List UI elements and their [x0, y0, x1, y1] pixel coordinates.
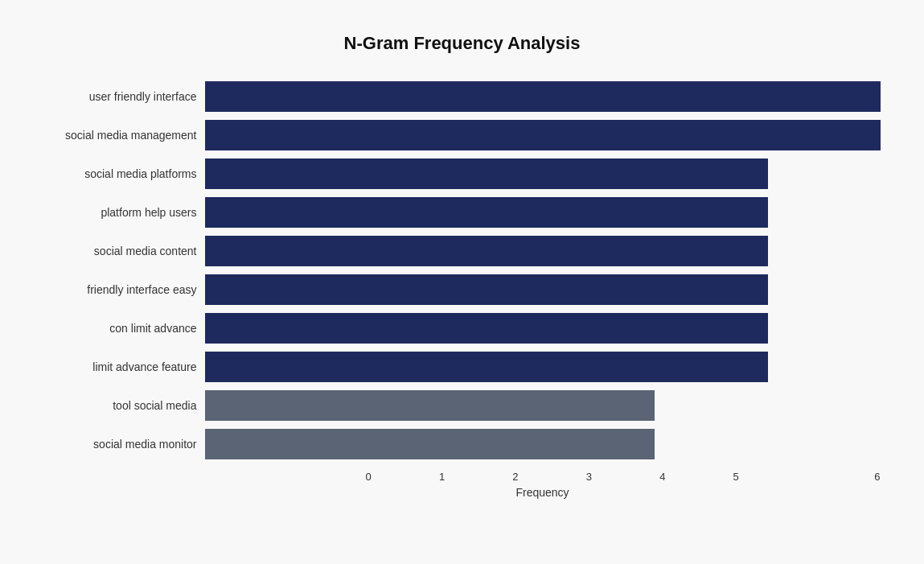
x-axis: 0123456 [366, 471, 881, 483]
bar-row: user friendly interface [44, 78, 881, 115]
bar-row: social media content [44, 233, 881, 270]
bar-fill [205, 236, 768, 266]
bar-label: friendly interface easy [44, 283, 205, 296]
bar-row: social media management [44, 117, 881, 154]
bar-label: limit advance feature [44, 360, 205, 373]
x-axis-wrapper: 0123456 Frequency [205, 471, 881, 499]
bar-track [205, 158, 881, 189]
x-tick: 2 [512, 471, 585, 483]
bar-track [205, 352, 881, 382]
x-axis-label: Frequency [205, 486, 881, 499]
bar-track [205, 197, 881, 228]
bar-label: social media content [44, 245, 205, 257]
bar-fill [205, 313, 768, 344]
x-tick: 5 [733, 471, 807, 483]
x-tick: 6 [807, 471, 880, 483]
chart-container: N-Gram Frequency Analysis user friendly … [20, 17, 905, 548]
bar-row: limit advance feature [44, 348, 881, 385]
bar-track [205, 274, 881, 305]
bar-label: social media monitor [44, 438, 205, 451]
bar-label: social media management [44, 129, 205, 142]
chart-title: N-Gram Frequency Analysis [44, 33, 881, 54]
bar-track [205, 390, 881, 421]
x-tick: 1 [439, 471, 512, 483]
bar-fill [205, 390, 655, 421]
bar-fill [205, 158, 768, 189]
x-tick: 4 [659, 471, 733, 483]
bar-row: tool social media [44, 387, 881, 424]
bar-label: social media platforms [44, 167, 205, 180]
bar-row: social media platforms [44, 155, 881, 192]
bar-fill [205, 197, 768, 228]
bar-row: platform help users [44, 194, 881, 231]
bar-row: social media monitor [44, 426, 881, 463]
bar-fill [205, 429, 655, 459]
bar-track [205, 120, 881, 150]
bar-fill [205, 274, 768, 305]
bar-label: platform help users [44, 206, 205, 219]
bar-label: tool social media [44, 399, 205, 412]
x-tick: 3 [586, 471, 659, 483]
x-tick: 0 [366, 471, 439, 483]
chart-area: user friendly interfacesocial media mana… [44, 78, 881, 464]
bar-label: con limit advance [44, 322, 205, 335]
bar-track [205, 236, 881, 266]
bar-fill [205, 81, 881, 112]
bar-track [205, 81, 881, 112]
bar-row: friendly interface easy [44, 271, 881, 308]
bar-row: con limit advance [44, 310, 881, 347]
bar-fill [205, 120, 881, 150]
bar-track [205, 429, 881, 459]
bar-label: user friendly interface [44, 90, 205, 103]
bar-fill [205, 352, 768, 382]
bar-track [205, 313, 881, 344]
